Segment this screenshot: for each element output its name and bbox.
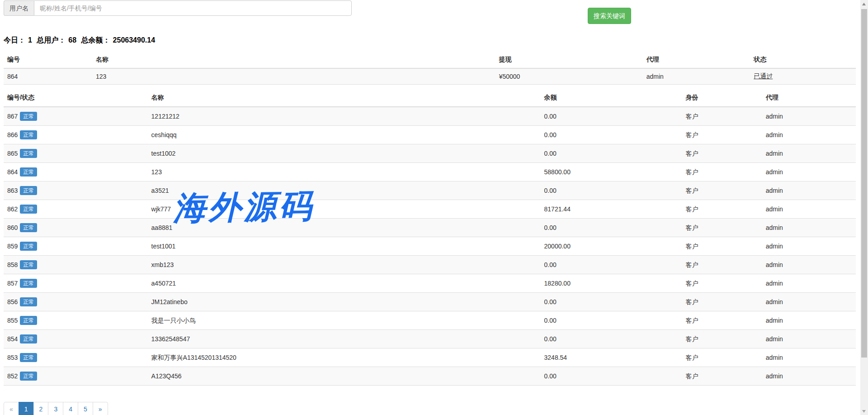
- withdrawals-table: 编号 名称 提现 代理 状态 864 123 ¥50000 admin 已通过: [4, 52, 856, 85]
- user-balance: 0.00: [541, 219, 682, 237]
- user-balance: 0.00: [541, 367, 682, 386]
- user-agent: admin: [762, 293, 856, 311]
- users-header-role: 身份: [682, 89, 762, 107]
- scrollbar[interactable]: [860, 0, 868, 415]
- user-name: 我是一只小小鸟: [148, 311, 541, 330]
- pagination-page-3[interactable]: 3: [48, 402, 63, 415]
- user-id-status-cell: 852正常: [4, 367, 148, 386]
- users-header-agent: 代理: [762, 89, 856, 107]
- scrollbar-thumb[interactable]: [861, 9, 867, 358]
- wd-id: 864: [4, 68, 92, 85]
- user-role: 客户: [682, 237, 762, 256]
- scroll-down-arrow-icon[interactable]: [862, 410, 866, 413]
- user-name: 13362548547: [148, 330, 541, 348]
- user-name: test1001: [148, 237, 541, 256]
- user-name: aa8881: [148, 219, 541, 237]
- user-agent: admin: [762, 126, 856, 144]
- user-id: 867: [7, 113, 18, 120]
- table-row: 865正常 test1002 0.00 客户 admin: [4, 144, 856, 163]
- user-agent: admin: [762, 348, 856, 367]
- user-id: 864: [7, 168, 18, 176]
- user-balance: 0.00: [541, 256, 682, 274]
- users-header-balance: 余额: [541, 89, 682, 107]
- user-id: 853: [7, 354, 18, 361]
- pagination-page-2[interactable]: 2: [33, 402, 49, 415]
- pagination-prev[interactable]: «: [4, 402, 19, 415]
- status-badge: 正常: [20, 167, 37, 176]
- page-content: 用户名 搜索关键词 今日：1 总用户：68 总余额：25063490.14 编号…: [4, 0, 856, 415]
- user-balance: 0.00: [541, 330, 682, 348]
- users-header-row: 编号/状态 名称 余额 身份 代理: [4, 89, 856, 107]
- today-label: 今日：: [4, 36, 25, 44]
- user-agent: admin: [762, 219, 856, 237]
- withdrawal-status-link[interactable]: 已通过: [754, 72, 773, 80]
- user-agent: admin: [762, 330, 856, 348]
- user-balance: 0.00: [541, 311, 682, 330]
- user-id: 857: [7, 280, 18, 287]
- table-row: 858正常 xmb123 0.00 客户 admin: [4, 256, 856, 274]
- table-row: 853正常 家和万事兴A13145201314520 3248.54 客户 ad…: [4, 348, 856, 367]
- status-badge: 正常: [20, 205, 37, 214]
- pagination-page-5[interactable]: 5: [78, 402, 93, 415]
- user-role: 客户: [682, 163, 762, 181]
- user-id-status-cell: 857正常: [4, 274, 148, 293]
- user-id-status-cell: 862正常: [4, 200, 148, 219]
- user-balance: 3248.54: [541, 348, 682, 367]
- users-header-name: 名称: [148, 89, 541, 107]
- summary-line: 今日：1 总用户：68 总余额：25063490.14: [4, 36, 856, 45]
- user-id-status-cell: 865正常: [4, 144, 148, 163]
- user-id: 856: [7, 298, 18, 305]
- wd-header-status: 状态: [750, 52, 856, 68]
- status-badge: 正常: [20, 297, 37, 306]
- status-badge: 正常: [20, 334, 37, 343]
- status-badge: 正常: [20, 130, 37, 139]
- table-row: 855正常 我是一只小小鸟 0.00 客户 admin: [4, 311, 856, 330]
- user-name: A123Q456: [148, 367, 541, 386]
- user-role: 客户: [682, 219, 762, 237]
- table-row: 860正常 aa8881 0.00 客户 admin: [4, 219, 856, 237]
- withdrawal-row: 864 123 ¥50000 admin 已通过: [4, 68, 856, 85]
- pagination-page-4[interactable]: 4: [63, 402, 78, 415]
- table-row: 859正常 test1001 20000.00 客户 admin: [4, 237, 856, 256]
- search-section: 用户名 搜索关键词: [4, 0, 856, 26]
- search-addon-label: 用户名: [4, 0, 34, 16]
- wd-header-id: 编号: [4, 52, 92, 68]
- today-value: 1: [28, 36, 32, 44]
- user-id: 854: [7, 335, 18, 343]
- user-balance: 18280.00: [541, 274, 682, 293]
- user-id-status-cell: 858正常: [4, 256, 148, 274]
- wd-header-amount: 提现: [495, 52, 643, 68]
- user-id-status-cell: 855正常: [4, 311, 148, 330]
- status-badge: 正常: [20, 223, 37, 232]
- user-id: 852: [7, 372, 18, 380]
- status-badge: 正常: [20, 186, 37, 195]
- user-name: test1002: [148, 144, 541, 163]
- wd-agent: admin: [643, 68, 750, 85]
- search-input[interactable]: [34, 0, 352, 16]
- status-badge: 正常: [20, 149, 37, 158]
- user-balance: 20000.00: [541, 237, 682, 256]
- user-role: 客户: [682, 348, 762, 367]
- user-agent: admin: [762, 200, 856, 219]
- user-name: 家和万事兴A13145201314520: [148, 348, 541, 367]
- user-agent: admin: [762, 144, 856, 163]
- pagination-page-1[interactable]: 1: [19, 402, 34, 415]
- user-name: JM12atinebo: [148, 293, 541, 311]
- pagination-next[interactable]: »: [93, 402, 108, 415]
- user-name: 123: [148, 163, 541, 181]
- status-badge: 正常: [20, 112, 37, 121]
- wd-name: 123: [92, 68, 495, 85]
- user-role: 客户: [682, 330, 762, 348]
- users-table: 编号/状态 名称 余额 身份 代理 867正常 12121212 0.00 客户…: [4, 89, 856, 386]
- scroll-up-arrow-icon[interactable]: [862, 3, 866, 5]
- user-id-status-cell: 860正常: [4, 219, 148, 237]
- table-row: 857正常 a450721 18280.00 客户 admin: [4, 274, 856, 293]
- status-badge: 正常: [20, 260, 37, 269]
- search-button[interactable]: 搜索关键词: [588, 8, 631, 24]
- status-badge: 正常: [20, 279, 37, 288]
- user-name: wjk777: [148, 200, 541, 219]
- pagination: « 1 2 3 4 5 »: [4, 402, 108, 415]
- wd-header-name: 名称: [92, 52, 495, 68]
- user-agent: admin: [762, 256, 856, 274]
- user-id: 863: [7, 187, 18, 194]
